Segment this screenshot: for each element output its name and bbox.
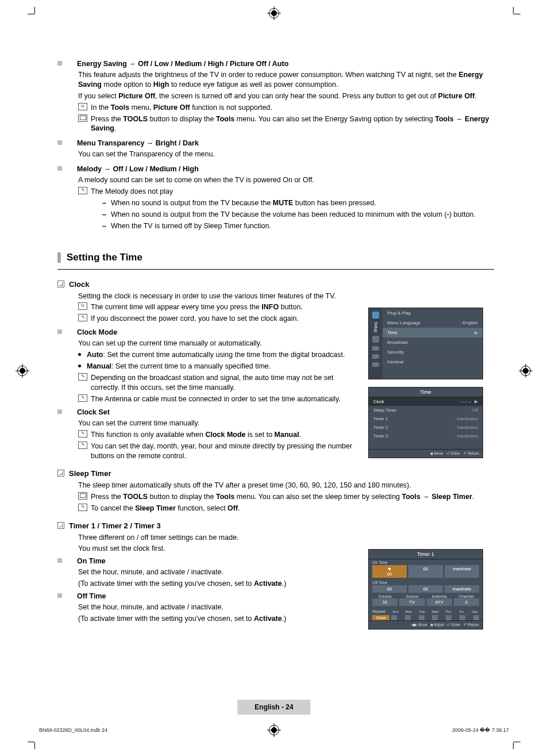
paragraph: (To activate timer with the setting you'… <box>78 614 356 624</box>
osd-side-icon <box>372 354 379 359</box>
bullet: Auto: Set the current time automatically… <box>78 350 356 360</box>
dash-item: –When no sound is output from the TV bec… <box>102 198 494 208</box>
osd-repeat-row: Repeat Sun Mon Tue Wed Thu Fri Sat <box>369 608 483 615</box>
heading: Clock Set <box>77 408 110 416</box>
osd-day: Mon <box>404 610 413 613</box>
osd-hint-move: ◀▶ Move <box>411 623 427 627</box>
osd-side-icon <box>372 362 379 367</box>
osd-setup-panel: Setup Plug & Play Menu Language: English… <box>368 308 483 379</box>
section-clock-set: Clock Set You can set the current time m… <box>57 408 356 461</box>
osd-on-time-fields: 00 00 Inactivate <box>369 565 483 580</box>
osd-field-hour: 00 <box>372 565 407 578</box>
section-on-time: On Time Set the hour, minute, and activa… <box>57 557 356 589</box>
heading: On Time <box>77 557 106 565</box>
note: Press the TOOLS button to display the To… <box>78 114 494 134</box>
section-bar-icon <box>57 252 61 263</box>
osd-day: Fri <box>457 610 466 613</box>
osd-row: Sleep Timer: Off <box>369 406 483 415</box>
osd-hint-return: ↶ Return <box>464 623 479 627</box>
heading: Off Time <box>77 592 106 600</box>
section-title-bar: Setting the Time <box>57 252 494 263</box>
note: Press the TOOLS button to display the To… <box>78 492 494 502</box>
subheading-timers: Timer 1 / Timer 2 / Timer 3 <box>57 521 494 530</box>
osd-off-time-fields: 00 00 Inactivate <box>369 585 483 594</box>
chevron-right-icon: ▶ <box>474 330 478 335</box>
note-pencil-icon: ✎ <box>78 314 87 321</box>
square-bullet-icon <box>57 593 62 598</box>
osd-field-antenna: ATV <box>427 598 452 606</box>
paragraph: You can set the current time manually. <box>78 419 356 428</box>
note: ✎ The Melody does not play <box>78 187 494 197</box>
osd-field-hour: 00 <box>372 585 407 593</box>
paragraph: This feature adjusts the brightness of t… <box>78 70 494 90</box>
paragraph: Setting the clock is necessary in order … <box>78 291 494 301</box>
registration-mark-icon <box>269 725 279 735</box>
square-bullet-icon <box>57 329 62 334</box>
paragraph: Set the hour, minute, and activate / ina… <box>78 567 356 577</box>
dash-item: –When no sound is output from the TV bec… <box>102 210 494 220</box>
osd-day: Wed <box>431 610 439 613</box>
registration-mark-icon <box>17 366 28 376</box>
note-pencil-icon: ✎ <box>78 442 87 449</box>
osd-day: Sat <box>470 610 479 613</box>
section-melody: Melody → Off / Low / Medium / High A mel… <box>57 165 494 231</box>
osd-hint-move: ◆ Move <box>430 451 443 456</box>
indb-filename: BN68-02326D_00L04.indb 24 <box>39 727 107 733</box>
osd-day: Sun <box>391 610 400 613</box>
note-n-icon: N <box>78 302 87 310</box>
osd-labels-row: Volume Source Antenna Channel <box>369 594 483 598</box>
tools-icon <box>78 114 87 122</box>
osd-row: Timer 2: Inactivated <box>369 423 483 432</box>
osd-field-minute: 00 <box>408 565 443 578</box>
square-bullet-icon <box>57 558 62 563</box>
osd-setup-label: Setup <box>374 322 378 332</box>
osd-hint-enter: ⏎ Enter <box>446 451 460 456</box>
registration-mark-icon <box>269 8 279 18</box>
osd-on-time-label: On Time <box>369 559 483 565</box>
note: ✎ This function is only available when C… <box>78 430 356 440</box>
note: ✎ You can set the day, month, year, hour… <box>78 442 356 461</box>
square-bullet-icon <box>57 140 62 145</box>
osd-item: Broadcast <box>383 337 483 347</box>
section-off-time: Off Time Set the hour, minute, and activ… <box>57 592 356 624</box>
chevron-right-icon: ▶ <box>474 399 478 404</box>
osd-main: Plug & Play Menu Language: English Time▶… <box>383 308 483 379</box>
osd-field-channel: 0 <box>454 598 479 606</box>
note: ✎ Depending on the broadcast station and… <box>78 373 356 393</box>
section-menu-transparency: Menu Transparency → Bright / Dark You ca… <box>57 139 494 159</box>
osd-side-icon <box>372 312 379 318</box>
section-energy-saving: Energy Saving → Off / Low / Medium / Hig… <box>57 60 494 133</box>
note: ✎ To cancel the Sleep Timer function, se… <box>78 504 494 513</box>
print-timestamp: 2009-05-24 �� 7:36:17 <box>452 727 509 733</box>
paragraph: A melody sound can be set to come on whe… <box>78 175 494 185</box>
section-rule <box>57 269 494 270</box>
section-title: Setting the Time <box>67 252 142 263</box>
dash-item: –When the TV is turned off by Sleep Time… <box>102 221 494 231</box>
osd-hint-adjust: ◆ Adjust <box>430 623 445 627</box>
osd-field-minute: 00 <box>408 585 443 593</box>
osd-timer1-panel: Timer 1 On Time 00 00 Inactivate Off Tim… <box>368 549 483 630</box>
osd-field-state: Inactivate <box>445 585 479 593</box>
square-bullet-icon <box>57 166 62 171</box>
osd-sidebar: Setup <box>369 308 383 379</box>
osd-title: Time <box>369 387 483 397</box>
paragraph: You can set the Transparency of the menu… <box>78 149 494 159</box>
sub-mark-icon <box>57 470 64 477</box>
osd-footer: ◆ Move ⏎ Enter ↶ Return <box>369 449 483 458</box>
osd-footer: ◀▶ Move ◆ Adjust ⏎ Enter ↶ Return <box>369 620 483 629</box>
osd-field-source: TV <box>399 598 424 606</box>
heading: Menu Transparency → Bright / Dark <box>77 139 199 147</box>
triangle-down-icon <box>388 568 391 571</box>
page-footer: English - 24 <box>237 700 310 715</box>
bullet-dot-icon <box>78 364 81 367</box>
osd-title: Timer 1 <box>369 550 483 559</box>
paragraph: The sleep timer automatically shuts off … <box>78 481 494 490</box>
osd-field-volume: 10 <box>372 598 398 606</box>
osd-day: Thu <box>444 610 453 613</box>
sub-mark-icon <box>57 281 64 287</box>
bullet: Manual: Set the current time to a manual… <box>78 362 356 371</box>
osd-row-highlight: Clock: -- : --▶ <box>369 397 483 406</box>
note-pencil-icon: ✎ <box>78 504 87 511</box>
subheading-sleep-timer: Sleep Timer <box>57 469 494 478</box>
osd-row: Timer 1: Inactivated <box>369 415 483 423</box>
